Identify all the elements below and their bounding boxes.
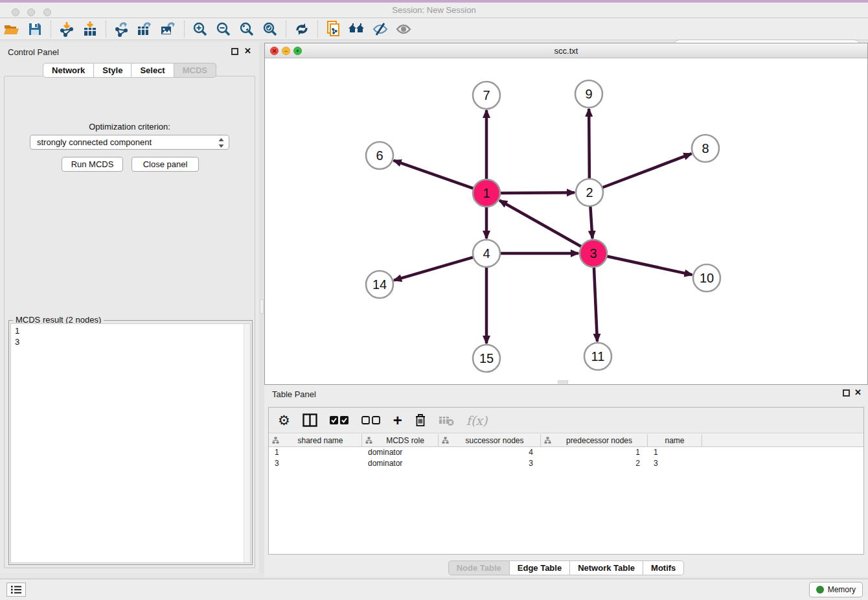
- edge-3-10[interactable]: [606, 256, 692, 275]
- mcds-result-text: 1 3: [15, 325, 19, 347]
- edge-1-2[interactable]: [499, 192, 575, 193]
- edge-3-11[interactable]: [594, 266, 597, 341]
- open-session-icon[interactable]: [0, 19, 23, 39]
- show-graphics-icon[interactable]: [392, 19, 415, 39]
- close-panel-icon[interactable]: ✕: [244, 46, 251, 56]
- table-row[interactable]: 3dominator323: [269, 458, 863, 469]
- zoom-fit-icon[interactable]: [235, 19, 258, 39]
- cell-predecessor-nodes: 2: [541, 458, 648, 469]
- cell-name: 3: [648, 458, 702, 469]
- network-window-titlebar[interactable]: ✕ − + scc.txt: [265, 43, 867, 58]
- delete-column-icon[interactable]: [415, 413, 426, 427]
- column-header-predecessor-nodes[interactable]: predecessor nodes: [541, 434, 648, 446]
- tab-network[interactable]: Network: [43, 63, 94, 78]
- mcds-result-group: MCDS result (2 nodes) 1 3: [8, 320, 253, 565]
- export-network-icon[interactable]: [110, 19, 133, 39]
- close-table-panel-icon[interactable]: ✕: [854, 387, 862, 397]
- export-table-icon[interactable]: [133, 19, 157, 39]
- table-toolbar: ⚙ + f(x): [269, 408, 863, 433]
- edge-1-6[interactable]: [394, 161, 475, 189]
- node-11[interactable]: 11: [584, 343, 611, 370]
- save-session-icon[interactable]: [23, 19, 47, 39]
- column-header-name[interactable]: name: [648, 434, 702, 446]
- criterion-select[interactable]: strongly connected component: [30, 135, 229, 150]
- hide-graphics-icon[interactable]: [369, 19, 392, 39]
- float-table-panel-icon[interactable]: [843, 389, 850, 397]
- cell-predecessor-nodes: 1: [541, 447, 648, 458]
- node-2[interactable]: 2: [576, 179, 603, 206]
- tab-edge-table[interactable]: Edge Table: [510, 560, 570, 575]
- table-row[interactable]: 1dominator411: [269, 447, 863, 458]
- node-1[interactable]: 1: [473, 179, 500, 207]
- edge-4-14[interactable]: [394, 257, 475, 280]
- mcds-result-area[interactable]: 1 3: [10, 323, 251, 563]
- network-window-grip[interactable]: [558, 380, 568, 384]
- node-6[interactable]: 6: [366, 142, 393, 169]
- column-header-MCDS-role[interactable]: MCDS role: [362, 434, 439, 446]
- tab-network-table[interactable]: Network Table: [570, 560, 643, 575]
- table-settings-icon[interactable]: ⚙: [278, 414, 290, 427]
- deselect-all-icon[interactable]: [361, 416, 381, 425]
- network-canvas[interactable]: 7968124314101511: [265, 58, 867, 384]
- home-network-icon[interactable]: [345, 19, 369, 39]
- node-4[interactable]: 4: [473, 240, 500, 267]
- select-all-icon[interactable]: [330, 416, 349, 425]
- edge-3-1[interactable]: [499, 200, 582, 247]
- network-from-file-icon[interactable]: [322, 19, 345, 39]
- status-bar: Memory: [0, 579, 868, 600]
- close-panel-button[interactable]: Close panel: [131, 157, 199, 172]
- node-label: 6: [376, 148, 383, 163]
- node-label: 11: [591, 349, 605, 363]
- tab-select[interactable]: Select: [131, 63, 174, 78]
- float-panel-icon[interactable]: [231, 48, 238, 55]
- control-panel: Control Panel ✕ Optimization criterion: …: [0, 43, 259, 573]
- tab-mcds[interactable]: MCDS: [174, 63, 216, 78]
- window-title: Session: New Session: [0, 5, 868, 15]
- edge-2-9[interactable]: [589, 109, 589, 180]
- node-9[interactable]: 9: [575, 80, 602, 108]
- table-panel: Table Panel ✕ ⚙ + f(x) shared nameMCDS: [264, 385, 868, 577]
- list-icon: [10, 585, 22, 594]
- add-column-icon[interactable]: +: [393, 414, 402, 427]
- delete-table-icon[interactable]: [439, 415, 454, 426]
- result-scrollbar[interactable]: [244, 324, 250, 562]
- node-label: 8: [702, 141, 709, 156]
- vertical-splitter[interactable]: [259, 43, 264, 573]
- tab-motifs[interactable]: Motifs: [643, 560, 684, 575]
- app-titlebar: Session: New Session: [0, 0, 868, 18]
- criterion-value: strongly connected component: [37, 137, 152, 147]
- edge-2-3[interactable]: [590, 205, 592, 238]
- node-label: 14: [372, 277, 387, 292]
- table-header-row: shared nameMCDS rolesuccessor nodesprede…: [269, 434, 863, 447]
- cell-shared-name: 3: [269, 458, 362, 469]
- cell-shared-name: 1: [269, 447, 362, 458]
- column-visibility-icon[interactable]: [303, 413, 317, 427]
- mcds-panel: Optimization criterion: strongly connect…: [4, 76, 255, 568]
- apply-layout-icon[interactable]: [290, 19, 314, 39]
- node-label: 10: [700, 271, 714, 285]
- node-10[interactable]: 10: [693, 264, 720, 292]
- import-table-icon[interactable]: [78, 19, 102, 39]
- import-network-icon[interactable]: [55, 19, 78, 39]
- edge-2-8[interactable]: [601, 154, 692, 188]
- zoom-out-icon[interactable]: [212, 19, 235, 39]
- node-15[interactable]: 15: [473, 345, 500, 372]
- node-14[interactable]: 14: [366, 271, 393, 298]
- splitter-handle[interactable]: [260, 299, 264, 314]
- table-panel-title: Table Panel: [272, 389, 316, 399]
- column-header-successor-nodes[interactable]: successor nodes: [439, 434, 541, 446]
- export-image-icon[interactable]: [157, 19, 180, 39]
- node-8[interactable]: 8: [692, 135, 719, 162]
- memory-button[interactable]: Memory: [809, 582, 863, 597]
- zoom-in-icon[interactable]: [188, 19, 212, 39]
- node-7[interactable]: 7: [473, 82, 500, 109]
- tab-style[interactable]: Style: [94, 63, 131, 78]
- tab-node-table[interactable]: Node Table: [448, 560, 510, 575]
- task-history-button[interactable]: [6, 583, 26, 597]
- column-header-shared-name[interactable]: shared name: [269, 434, 362, 446]
- run-mcds-button[interactable]: Run MCDS: [62, 157, 123, 172]
- memory-status-icon: [816, 586, 824, 594]
- zoom-selected-icon[interactable]: [258, 19, 282, 39]
- table-body: 1dominator4113dominator323: [269, 447, 863, 469]
- node-3[interactable]: 3: [580, 240, 607, 267]
